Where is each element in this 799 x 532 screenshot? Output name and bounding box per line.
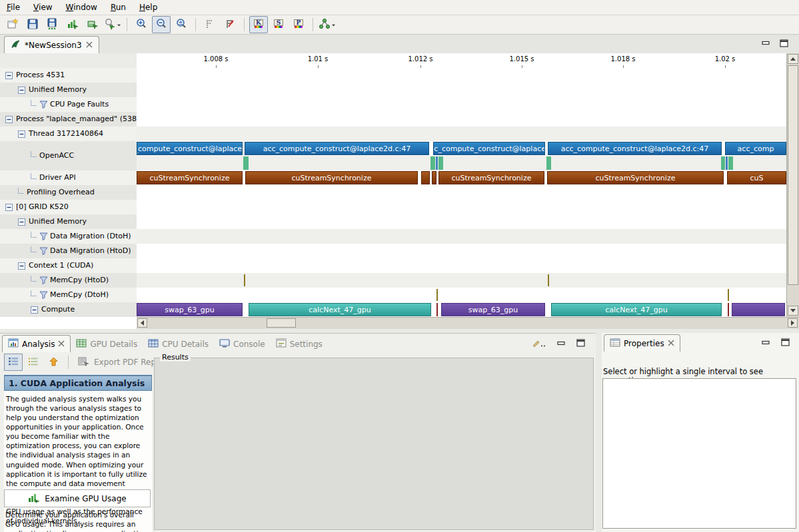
- timeline-lane-compute[interactable]: swap_63_gpucalcNext_47_gpuswap_63_gpucal…: [137, 302, 786, 317]
- timeline-interval[interactable]: acc_compute_construct@laplace2d.c:47: [245, 142, 429, 155]
- caret-down-icon[interactable]: [117, 20, 121, 29]
- menu-view[interactable]: View: [27, 0, 59, 14]
- examine-gpu-usage-button[interactable]: Examine GPU Usage: [4, 489, 151, 507]
- collapse-toggle-icon[interactable]: [18, 131, 25, 140]
- timeline-canvas[interactable]: c_compute_construct@laplace...acc_comput…: [137, 68, 786, 317]
- tree-row[interactable]: Data Migration (DtoH): [0, 229, 137, 244]
- collapse-toggle-icon[interactable]: [5, 116, 13, 125]
- openacc-event-mark[interactable]: [436, 156, 438, 170]
- collapse-toggle-icon[interactable]: [18, 87, 25, 96]
- tree-row[interactable]: Compute: [0, 302, 137, 317]
- timeline-lane-context-1-cuda-[interactable]: [137, 258, 786, 273]
- menu-run[interactable]: Run: [104, 0, 133, 14]
- scroll-right-button[interactable]: [788, 318, 798, 328]
- maximize-icon[interactable]: [576, 339, 585, 349]
- close-icon[interactable]: [58, 340, 65, 349]
- timeline-interval[interactable]: swap_63_gpu: [441, 303, 545, 316]
- zoom-in-button[interactable]: [132, 16, 151, 33]
- up-level-button[interactable]: [44, 354, 63, 371]
- maximize-icon[interactable]: [781, 338, 790, 348]
- collapse-toggle-icon[interactable]: [18, 262, 25, 272]
- tab-analysis[interactable]: Analysis: [2, 335, 71, 352]
- tree-row[interactable]: Thread 3172140864: [0, 127, 137, 141]
- tree-row[interactable]: OpenACC: [0, 141, 137, 170]
- zoom-out-button[interactable]: [152, 16, 171, 33]
- timeline-lane-process-laplace-managed-538-[interactable]: [137, 112, 786, 127]
- maximize-icon[interactable]: [780, 39, 788, 49]
- tab-settings[interactable]: Settings: [271, 336, 328, 352]
- tree-row[interactable]: Unified Memory: [0, 214, 137, 229]
- new-session-button[interactable]: [3, 16, 22, 33]
- timeline-interval[interactable]: [421, 171, 430, 184]
- timeline-lane-memcpy-dtoh-[interactable]: [137, 288, 786, 302]
- view-menu-icon[interactable]: [532, 339, 546, 349]
- timeline-lane-driver-api[interactable]: cuStreamSynchronizecuStreamSynchronizecu…: [137, 170, 786, 185]
- timeline-interval[interactable]: [432, 171, 436, 184]
- kernel-interval-short[interactable]: [436, 303, 438, 316]
- timeline-interval[interactable]: c_compute_construct@laplace...: [137, 142, 243, 155]
- menu-window[interactable]: Window: [59, 0, 104, 14]
- timeline-lane-unified-memory[interactable]: [137, 214, 786, 229]
- tree-row[interactable]: Driver API: [0, 170, 137, 185]
- zoom-select-button[interactable]: [103, 16, 122, 33]
- timeline-interval[interactable]: swap_63_gpu: [137, 303, 243, 316]
- timeline-lane-data-migration-dtoh-[interactable]: [137, 229, 786, 244]
- marker-jump-button[interactable]: [221, 16, 239, 33]
- tree-row[interactable]: Process "laplace_managed" (538): [0, 112, 137, 127]
- collapse-toggle-icon[interactable]: [31, 306, 38, 316]
- profile-run-button[interactable]: [63, 16, 82, 33]
- close-icon[interactable]: [86, 41, 93, 50]
- menu-help[interactable]: Help: [133, 0, 164, 14]
- timeline-lane-cpu-page-faults[interactable]: [137, 97, 786, 112]
- minimize-icon[interactable]: [557, 340, 566, 349]
- tree-row[interactable]: Profiling Overhead: [0, 185, 137, 200]
- timeline-interval[interactable]: cuS: [727, 171, 786, 184]
- scroll-down-button[interactable]: [788, 306, 798, 316]
- openacc-event-mark[interactable]: [721, 156, 725, 170]
- tree-row[interactable]: MemCpy (HtoD): [0, 273, 137, 288]
- kernel-colors-button[interactable]: K: [249, 16, 268, 33]
- vertical-scrollbar[interactable]: [786, 53, 799, 317]
- caret-down-icon[interactable]: [331, 20, 336, 29]
- tab-cpu-details[interactable]: CPU Details: [143, 336, 214, 352]
- memcpy-interval[interactable]: [728, 289, 729, 301]
- timeline-lane-data-migration-htod-[interactable]: [137, 244, 786, 258]
- openacc-event-mark[interactable]: [430, 156, 435, 170]
- timeline-interval[interactable]: cuStreamSynchronize: [245, 171, 418, 184]
- timeline-lane-thread-3172140864[interactable]: [137, 127, 786, 141]
- tab-session[interactable]: *NewSession3: [4, 36, 99, 54]
- timeline-interval[interactable]: cuStreamSynchronize: [438, 171, 544, 184]
- tree-row[interactable]: Context 1 (CUDA): [0, 258, 137, 273]
- minimize-icon[interactable]: [762, 39, 770, 49]
- tree-row[interactable]: CPU Page Faults: [0, 97, 137, 112]
- hscroll-thumb[interactable]: [267, 318, 296, 328]
- process-colors-button[interactable]: P: [289, 16, 308, 33]
- tree-row[interactable]: [0] GRID K520: [0, 200, 137, 214]
- timeline-lane-unified-memory[interactable]: [137, 83, 786, 97]
- openacc-event-mark[interactable]: [243, 156, 249, 170]
- collapse-toggle-icon[interactable]: [5, 72, 13, 81]
- collapse-toggle-icon[interactable]: [18, 218, 25, 228]
- menu-file[interactable]: File: [0, 0, 27, 14]
- timeline-interval[interactable]: cuStreamSynchronize: [547, 171, 724, 184]
- zoom-fit-button[interactable]: ±: [172, 16, 191, 33]
- minimize-icon[interactable]: [762, 339, 770, 348]
- openacc-event-mark[interactable]: [728, 156, 733, 170]
- scroll-left-button[interactable]: [137, 318, 147, 328]
- tree-row[interactable]: MemCpy (DtoH): [0, 288, 137, 302]
- scroll-up-button[interactable]: [788, 54, 798, 64]
- timeline-lane-process-4531[interactable]: [137, 68, 786, 83]
- timeline-lane-memcpy-htod-[interactable]: [137, 273, 786, 288]
- close-icon[interactable]: [668, 339, 674, 348]
- memcpy-interval[interactable]: [436, 289, 438, 301]
- tab-console[interactable]: Console: [214, 336, 271, 352]
- timeline-interval[interactable]: calcNext_47_gpu: [551, 303, 722, 316]
- timeline-interval[interactable]: acc_comp: [725, 142, 786, 155]
- marker-button[interactable]: [201, 16, 219, 33]
- timeline-interval[interactable]: cuStreamSynchronize: [137, 171, 243, 184]
- timeline-interval[interactable]: acc_compute_construct@laplace2d.c:47: [548, 142, 722, 155]
- openacc-event-mark[interactable]: [438, 156, 443, 170]
- outline-detail-button[interactable]: [4, 354, 23, 371]
- timeline-lane-profiling-overhead[interactable]: [137, 185, 786, 200]
- timeline-interval[interactable]: acc_compute_construct@laplace...: [433, 142, 545, 155]
